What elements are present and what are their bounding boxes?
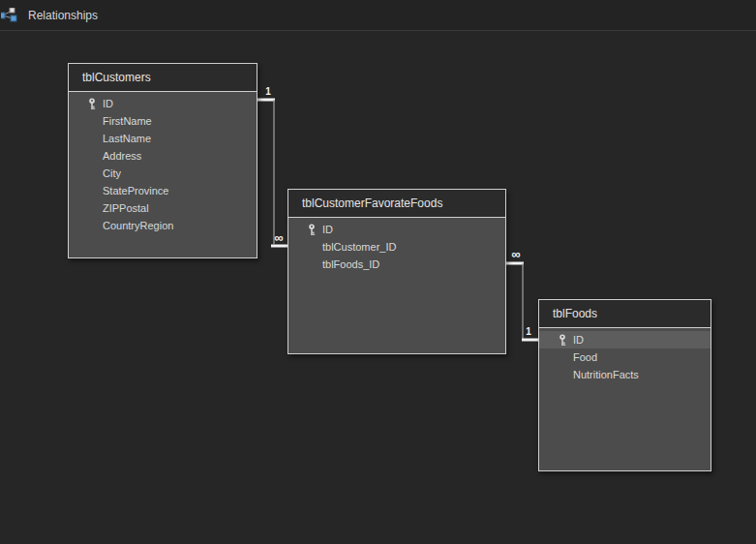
- table-window-tblcustomerfavoratefoods[interactable]: tblCustomerFavorateFoods ID tblCustomer_…: [287, 189, 506, 354]
- cardinality-many-label: ∞: [274, 230, 283, 245]
- primary-key-icon: [308, 224, 322, 236]
- relationships-icon: [1, 8, 17, 22]
- field-list: ID Food NutritionFacts: [539, 328, 711, 383]
- field-row[interactable]: City: [69, 165, 257, 182]
- field-name: tblFoods_ID: [322, 258, 379, 270]
- cardinality-one-label: 1: [526, 326, 531, 337]
- primary-key-icon: [88, 98, 103, 110]
- field-name: ZIPPostal: [103, 202, 149, 214]
- field-row[interactable]: tblFoods_ID: [288, 256, 505, 273]
- field-name: Address: [103, 150, 141, 162]
- field-name: ID: [573, 334, 584, 346]
- field-name: Food: [573, 351, 597, 363]
- field-name: tblCustomer_ID: [322, 241, 396, 253]
- table-title[interactable]: tblCustomers: [69, 64, 257, 92]
- field-row[interactable]: LastName: [69, 130, 257, 147]
- field-row[interactable]: FirstName: [69, 112, 257, 130]
- table-window-tblcustomers[interactable]: tblCustomers ID FirstName LastName Addre…: [68, 63, 257, 258]
- field-row-selected[interactable]: ID: [539, 331, 711, 348]
- field-row[interactable]: ID: [69, 95, 257, 112]
- tab-title: Relationships: [28, 9, 98, 22]
- table-title[interactable]: tblCustomerFavorateFoods: [288, 190, 505, 218]
- tab-relationships[interactable]: Relationships: [0, 0, 107, 30]
- field-list: ID tblCustomer_ID tblFoods_ID: [288, 218, 505, 273]
- cardinality-one-label: 1: [265, 86, 271, 97]
- field-list: ID FirstName LastName Address City State…: [69, 92, 257, 234]
- tab-bar: Relationships: [0, 0, 756, 31]
- field-row[interactable]: ZIPPostal: [69, 199, 257, 217]
- field-row[interactable]: Address: [69, 147, 257, 165]
- field-name: FirstName: [103, 115, 152, 127]
- field-row[interactable]: NutritionFacts: [539, 366, 711, 383]
- primary-key-icon: [559, 334, 573, 347]
- field-name: ID: [322, 224, 333, 235]
- field-name: StateProvince: [103, 185, 168, 196]
- field-name: ID: [103, 98, 113, 109]
- field-row[interactable]: tblCustomer_ID: [288, 238, 505, 256]
- relationship-line-customers-favfoods[interactable]: 1 ∞: [257, 86, 287, 246]
- field-row[interactable]: ID: [288, 221, 505, 238]
- field-name: CountryRegion: [103, 220, 173, 231]
- field-row[interactable]: Food: [539, 348, 711, 366]
- relationship-line-favfoods-foods[interactable]: ∞ 1: [506, 247, 538, 340]
- field-name: NutritionFacts: [573, 369, 639, 380]
- table-title[interactable]: tblFoods: [539, 300, 711, 328]
- table-window-tblfoods[interactable]: tblFoods ID Food NutritionFacts: [538, 299, 711, 471]
- field-name: LastName: [103, 133, 151, 144]
- cardinality-many-label: ∞: [511, 247, 520, 261]
- field-row[interactable]: CountryRegion: [69, 217, 257, 234]
- field-name: City: [103, 167, 121, 179]
- field-row[interactable]: StateProvince: [69, 182, 257, 199]
